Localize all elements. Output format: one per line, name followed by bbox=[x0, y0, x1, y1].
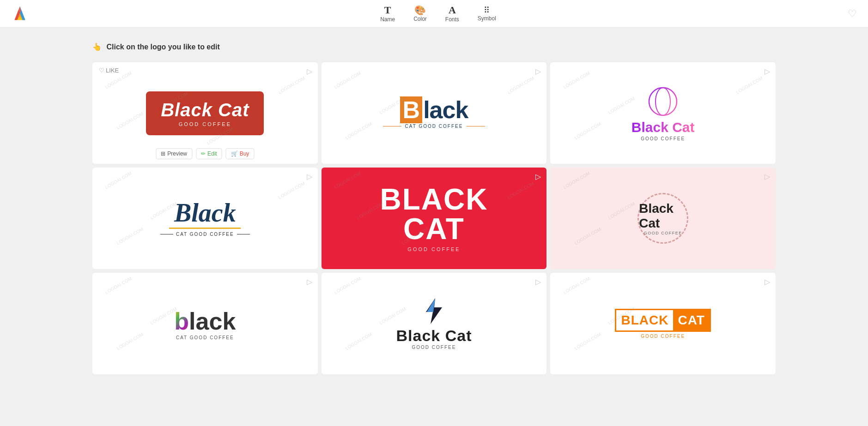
logo-5-main: BLACKCAT bbox=[380, 185, 488, 244]
buy-button-3[interactable]: 🛒 Buy bbox=[684, 148, 712, 159]
logo-7-sub: CAT GOOD COFFEE bbox=[174, 335, 236, 340]
nav-fonts[interactable]: A Fonts bbox=[445, 5, 459, 23]
logo-card-5[interactable]: ▷ LOGOAI.COM LOGOAI.COM LOGOAI.COM LOGOA… bbox=[322, 168, 547, 269]
edit-button-4[interactable]: ✏ Edit bbox=[196, 253, 222, 264]
play-icon-7[interactable]: ▷ bbox=[307, 277, 312, 286]
edit-icon-2: ✏ bbox=[430, 150, 435, 157]
logo-5-sub: GOOD COFFEE bbox=[380, 246, 488, 252]
logo-4-main: Black bbox=[160, 200, 250, 226]
buy-button-9[interactable]: 🛒 Buy bbox=[684, 359, 712, 370]
nav-color-label: Color bbox=[413, 16, 427, 22]
logo-8-sub: GOOD COFFEE bbox=[396, 345, 472, 350]
preview-button-6[interactable]: ⊞ Preview bbox=[614, 253, 650, 264]
buy-button-2[interactable]: 🛒 Buy bbox=[455, 148, 483, 159]
preview-button-5[interactable]: ⊞ Preview bbox=[385, 253, 421, 264]
logo-card-4[interactable]: ▷ LOGOAI.COM LOGOAI.COM LOGOAI.COM LOGOA… bbox=[92, 168, 318, 269]
edit-button-5[interactable]: ✏ Edit bbox=[425, 253, 451, 264]
fonts-icon: A bbox=[449, 5, 456, 15]
color-icon: 🎨 bbox=[414, 6, 426, 15]
play-icon-1[interactable]: ▷ bbox=[307, 67, 312, 76]
logo-grid: ♡ LIKE ▷ LOGOAI.COM LOGOAI.COM LOGOAI.CO… bbox=[92, 62, 776, 374]
card-1-actions: ⊞ Preview ✏ Edit 🛒 Buy bbox=[156, 148, 254, 159]
edit-button-7[interactable]: ✏ Edit bbox=[196, 359, 222, 370]
play-icon-8[interactable]: ▷ bbox=[535, 277, 541, 286]
header: T Name 🎨 Color A Fonts ⠿ Symbol ♡ bbox=[0, 0, 868, 28]
edit-button-3[interactable]: ✏ Edit bbox=[654, 148, 680, 159]
lightning-b-icon bbox=[421, 297, 447, 325]
logo-6-sub: GOOD COFFEE bbox=[644, 231, 682, 235]
app-logo-icon bbox=[11, 5, 29, 23]
preview-button-4[interactable]: ⊞ Preview bbox=[156, 253, 192, 264]
nav-color[interactable]: 🎨 Color bbox=[413, 6, 427, 22]
like-button-1[interactable]: ♡ LIKE bbox=[99, 67, 119, 74]
logo-3-display: Black Cat GOOD COFFEE bbox=[550, 67, 776, 159]
instruction-text: 👆 Click on the logo you like to edit bbox=[92, 42, 776, 51]
logo-2-letter-b: B bbox=[400, 96, 423, 123]
edit-button-9[interactable]: ✏ Edit bbox=[654, 359, 680, 370]
play-icon-5[interactable]: ▷ bbox=[535, 172, 541, 181]
nav-name-label: Name bbox=[380, 16, 395, 23]
play-icon-9[interactable]: ▷ bbox=[765, 277, 770, 286]
logo-card-1[interactable]: ♡ LIKE ▷ LOGOAI.COM LOGOAI.COM LOGOAI.CO… bbox=[92, 62, 318, 164]
symbol-icon: ⠿ bbox=[484, 6, 490, 14]
heart-icon-1: ♡ bbox=[99, 67, 104, 74]
buy-button-1[interactable]: 🛒 Buy bbox=[226, 148, 255, 159]
nav-name[interactable]: T Name bbox=[380, 5, 395, 23]
preview-icon-3: ⊞ bbox=[619, 150, 624, 157]
logo-4-display: Black CAT GOOD COFFEE bbox=[92, 172, 318, 264]
preview-button-3[interactable]: ⊞ Preview bbox=[614, 148, 650, 159]
nav-symbol-label: Symbol bbox=[478, 15, 496, 22]
logo-6-main: Black Cat bbox=[639, 201, 687, 231]
play-icon-2[interactable]: ▷ bbox=[535, 67, 541, 76]
preview-button-1[interactable]: ⊞ Preview bbox=[156, 148, 192, 159]
preview-button-8[interactable]: ⊞ Preview bbox=[385, 359, 421, 370]
buy-button-7[interactable]: 🛒 Buy bbox=[225, 359, 254, 370]
logo-9-display: BLACK CAT GOOD COFFEE bbox=[550, 277, 776, 370]
play-icon-6[interactable]: ▷ bbox=[765, 172, 770, 181]
logo-1-display: Black Cat GOOD COFFEE bbox=[92, 67, 318, 159]
logo-card-3[interactable]: ▷ LOGOAI.COM LOGOAI.COM LOGOAI.COM LOGOA… bbox=[550, 62, 776, 164]
logo-9-black: BLACK bbox=[616, 310, 673, 330]
preview-button-9[interactable]: ⊞ Preview bbox=[614, 359, 650, 370]
logo-7-main: black bbox=[174, 307, 236, 335]
edit-button-8[interactable]: ✏ Edit bbox=[425, 359, 451, 370]
logo-4-sub: CAT GOOD COFFEE bbox=[176, 232, 234, 237]
favorite-icon[interactable]: ♡ bbox=[848, 8, 857, 20]
edit-icon-1: ✏ bbox=[201, 150, 206, 157]
buy-button-8[interactable]: 🛒 Buy bbox=[455, 359, 483, 370]
logo-3-sub: GOOD COFFEE bbox=[631, 136, 695, 141]
edit-button-1[interactable]: ✏ Edit bbox=[196, 148, 222, 159]
logo-card-7[interactable]: ▷ LOGOAI.COM LOGOAI.COM LOGOAI.COM black… bbox=[92, 273, 318, 374]
globe-svg bbox=[647, 85, 679, 118]
preview-icon-1: ⊞ bbox=[161, 150, 165, 157]
buy-button-4[interactable]: 🛒 Buy bbox=[225, 253, 254, 264]
logo-5-display: BLACKCAT GOOD COFFEE bbox=[322, 172, 547, 264]
logo-2-main: Black bbox=[383, 98, 486, 122]
logo-9-sub: GOOD COFFEE bbox=[615, 334, 710, 339]
buy-button-6[interactable]: 🛒 Buy bbox=[684, 253, 712, 264]
nav-symbol[interactable]: ⠿ Symbol bbox=[478, 6, 496, 22]
play-icon-4[interactable]: ▷ bbox=[307, 172, 312, 181]
play-icon-3[interactable]: ▷ bbox=[765, 67, 770, 76]
preview-button-7[interactable]: ⊞ Preview bbox=[156, 359, 192, 370]
name-icon: T bbox=[384, 5, 391, 15]
logo-6-display: Black Cat GOOD COFFEE bbox=[550, 172, 776, 264]
logo-2-display: Black CAT GOOD COFFEE bbox=[322, 67, 547, 159]
logo-8-main: Black Cat bbox=[396, 327, 472, 345]
logo-9-cat: CAT bbox=[673, 310, 709, 330]
preview-button-2[interactable]: ⊞ Preview bbox=[385, 148, 421, 159]
logo-card-2[interactable]: ▷ LOGOAI.COM LOGOAI.COM LOGOAI.COM LOGOA… bbox=[322, 62, 547, 164]
app-logo[interactable] bbox=[11, 5, 29, 23]
logo-card-6[interactable]: ▷ LOGOAI.COM LOGOAI.COM LOGOAI.COM Black… bbox=[550, 168, 776, 269]
buy-button-5[interactable]: 🛒 Buy bbox=[455, 253, 483, 264]
edit-button-2[interactable]: ✏ Edit bbox=[425, 148, 451, 159]
preview-icon-2: ⊞ bbox=[390, 150, 395, 157]
logo-8-display: Black Cat GOOD COFFEE bbox=[322, 277, 547, 370]
edit-button-6[interactable]: ✏ Edit bbox=[654, 253, 680, 264]
logo-card-9[interactable]: ▷ LOGOAI.COM LOGOAI.COM LOGOAI.COM BLACK… bbox=[550, 273, 776, 374]
buy-icon-1: 🛒 bbox=[231, 150, 238, 157]
top-nav: T Name 🎨 Color A Fonts ⠿ Symbol bbox=[380, 5, 496, 23]
logo-card-8[interactable]: ▷ LOGOAI.COM LOGOAI.COM LOGOAI.COM Black… bbox=[322, 273, 547, 374]
logo-1-sub: GOOD COFFEE bbox=[161, 121, 249, 127]
buy-icon-3: 🛒 bbox=[689, 150, 696, 157]
